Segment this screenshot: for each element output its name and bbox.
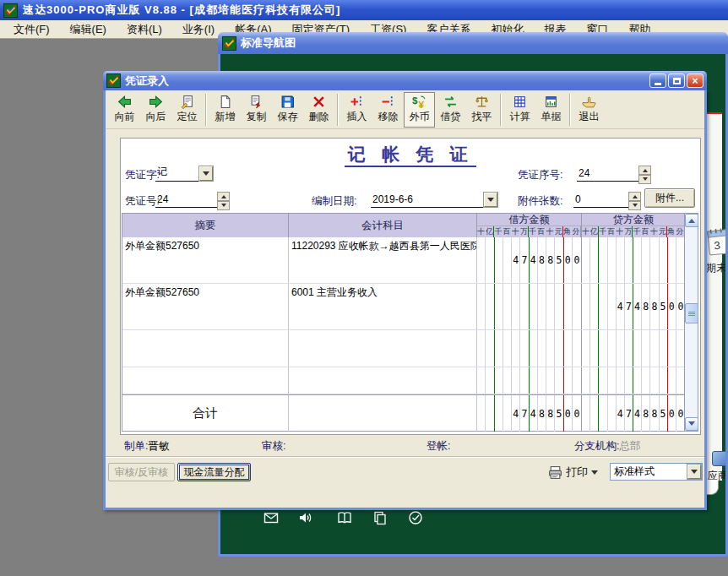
- envelope-icon[interactable]: [263, 510, 279, 525]
- check-icon[interactable]: [408, 510, 423, 525]
- spinner-control[interactable]: [638, 166, 651, 181]
- cell-credit[interactable]: [582, 330, 686, 367]
- dialog-body: 记 帐 凭 证 凭证字: 记 凭证序号: 24 凭证号: 24 编制日期:: [106, 130, 704, 505]
- digit-cell: [633, 367, 642, 394]
- dialog-titlebar[interactable]: 凭证录入 ×: [103, 71, 707, 90]
- toolbar-button-foreign-currency[interactable]: $¥ 外币: [404, 92, 435, 128]
- toolbar-button-save[interactable]: 保存: [272, 92, 303, 128]
- cell-debit[interactable]: [477, 367, 582, 394]
- toolbar-button-bill[interactable]: 单据: [535, 92, 567, 128]
- cell-account[interactable]: 6001 主营业务收入: [289, 284, 477, 329]
- voucher-no-input[interactable]: 24: [155, 189, 230, 208]
- digit-label: 亿: [486, 226, 494, 237]
- scroll-up-icon[interactable]: [685, 214, 698, 227]
- nav-item-period-end-label[interactable]: 期末: [706, 261, 725, 275]
- date-select[interactable]: 2019-6-6: [371, 190, 497, 208]
- menu-item-business[interactable]: 业务(I): [172, 20, 225, 39]
- cell-summary[interactable]: 外单金额527650: [122, 237, 289, 283]
- cell-account[interactable]: [289, 367, 477, 394]
- header-debit: 借方金额 十亿千百十万千百十元角分: [477, 214, 582, 237]
- table-row[interactable]: [122, 330, 698, 367]
- calendar-icon[interactable]: 3: [706, 226, 725, 257]
- digit-cell: [573, 330, 581, 367]
- menu-item-file[interactable]: 文件(F): [3, 20, 60, 39]
- cell-summary[interactable]: [122, 330, 289, 367]
- digit-cell: [512, 330, 520, 367]
- cell-credit[interactable]: 47488500: [582, 284, 686, 329]
- new-doc-icon: [218, 95, 232, 109]
- toolbar-button-backward[interactable]: 向后: [140, 92, 171, 128]
- digit-cell: [477, 330, 486, 367]
- maximize-button[interactable]: [668, 73, 685, 88]
- cell-account[interactable]: 11220293 应收帐款→越西县第一人民医院: [289, 237, 477, 283]
- toolbar-button-debit-credit[interactable]: 借贷: [435, 92, 466, 128]
- toolbar-button-copy[interactable]: 复制: [241, 92, 272, 128]
- toolbar-button-calc[interactable]: 计算: [504, 92, 535, 128]
- digit-cell: [599, 367, 607, 394]
- digit-cell: 8: [642, 395, 650, 432]
- copy-icon[interactable]: [372, 510, 388, 525]
- cell-debit[interactable]: 47488500: [477, 237, 582, 283]
- svg-text:¥: ¥: [418, 99, 424, 109]
- cell-account[interactable]: [289, 330, 477, 367]
- print-style-select[interactable]: 标准样式: [610, 463, 703, 481]
- print-dropdown-arrow-icon[interactable]: [591, 470, 598, 478]
- table-scrollbar[interactable]: [684, 214, 698, 431]
- digit-cell: 5: [660, 284, 668, 329]
- voucher-no-label: 凭证号:: [125, 194, 160, 209]
- digit-cell: 0: [668, 284, 676, 329]
- cell-debit[interactable]: [477, 330, 582, 367]
- digit-label: 百: [607, 226, 616, 237]
- minimize-button[interactable]: [649, 73, 666, 88]
- table-row[interactable]: [122, 367, 698, 394]
- digit-label: 分: [572, 226, 580, 237]
- menu-item-data[interactable]: 资料(L): [117, 20, 172, 39]
- toolbar-button-exit[interactable]: 退出: [573, 92, 605, 128]
- supplier-icon[interactable]: [712, 451, 725, 466]
- table-row[interactable]: 外单金额527650 6001 主营业务收入 47488500: [122, 284, 698, 330]
- print-button[interactable]: 打印: [548, 465, 598, 480]
- toolbar-button-insert[interactable]: 插入: [341, 92, 372, 128]
- voucher-seq-input[interactable]: 24: [577, 163, 651, 182]
- toolbar-button-new[interactable]: 新增: [209, 92, 241, 128]
- toolbar-button-balance[interactable]: 找平: [466, 92, 497, 128]
- digit-label: 万: [624, 226, 633, 237]
- spinner-control[interactable]: [217, 192, 230, 207]
- digit-cell: [520, 367, 529, 394]
- book-icon[interactable]: [337, 510, 352, 525]
- dropdown-arrow-icon[interactable]: [484, 193, 497, 207]
- menu-item-edit[interactable]: 编辑(E): [60, 20, 117, 39]
- digit-cell: [668, 330, 676, 367]
- toolbar-button-locate[interactable]: 定位: [171, 92, 203, 128]
- toolbar-button-forward[interactable]: 向前: [109, 92, 140, 128]
- speaker-icon[interactable]: [298, 510, 313, 525]
- cell-credit[interactable]: [582, 237, 686, 283]
- nav-window-titlebar[interactable]: 标准导航图: [218, 32, 728, 54]
- voucher-word-select[interactable]: 记: [155, 164, 213, 182]
- audit-button[interactable]: 审核/反审核: [108, 463, 175, 481]
- dropdown-arrow-icon[interactable]: [199, 166, 213, 181]
- bill-doc-icon: [544, 95, 558, 109]
- dropdown-arrow-icon[interactable]: [687, 465, 701, 479]
- spinner-control[interactable]: [628, 192, 641, 207]
- toolbar-button-delete[interactable]: 删除: [303, 92, 334, 128]
- attach-button[interactable]: 附件...: [644, 188, 695, 208]
- cell-summary[interactable]: 外单金额527650: [122, 284, 289, 329]
- digit-cell: [590, 284, 599, 329]
- cell-debit[interactable]: [477, 284, 582, 329]
- digit-cell: [546, 330, 555, 367]
- cell-summary[interactable]: [122, 367, 289, 394]
- toolbar-button-remove[interactable]: 移除: [372, 92, 404, 128]
- digit-cell: 5: [555, 395, 563, 432]
- voucher-seq-label: 凭证序号:: [518, 168, 562, 182]
- cashflow-button[interactable]: 现金流量分配: [177, 463, 251, 481]
- close-button[interactable]: ×: [687, 73, 704, 88]
- table-row[interactable]: 外单金额527650 11220293 应收帐款→越西县第一人民医院 47488…: [122, 237, 698, 284]
- attach-count-label: 附件张数:: [518, 194, 562, 209]
- digit-cell: [642, 237, 650, 283]
- scrollbar-thumb[interactable]: [685, 303, 698, 323]
- cell-credit[interactable]: [582, 367, 686, 394]
- attach-count-input[interactable]: 0: [573, 189, 641, 208]
- scroll-down-icon[interactable]: [685, 417, 698, 431]
- poster-field: 登帐:: [426, 439, 450, 454]
